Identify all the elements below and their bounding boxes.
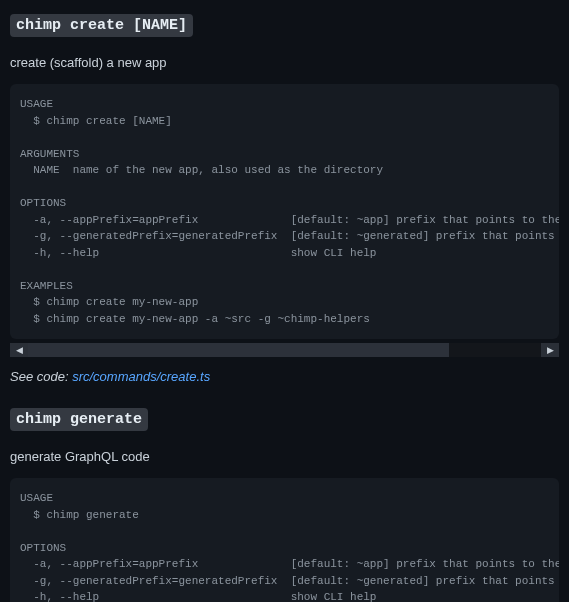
horizontal-scrollbar[interactable]: ◀▶ — [10, 343, 559, 357]
see-code-line: See code: src/commands/create.ts — [10, 369, 559, 384]
code-block: USAGE $ chimp generate OPTIONS -a, --app… — [10, 478, 559, 602]
code-content[interactable]: USAGE $ chimp generate OPTIONS -a, --app… — [10, 478, 559, 602]
see-code-label: See code: — [10, 369, 72, 384]
command-heading: chimp generate — [10, 408, 148, 431]
code-block: USAGE $ chimp create [NAME] ARGUMENTS NA… — [10, 84, 559, 339]
scroll-left-arrow-icon[interactable]: ◀ — [10, 343, 28, 357]
see-code-link[interactable]: src/commands/create.ts — [72, 369, 210, 384]
command-heading: chimp create [NAME] — [10, 14, 193, 37]
scroll-right-arrow-icon[interactable]: ▶ — [541, 343, 559, 357]
scroll-track[interactable] — [28, 343, 541, 357]
scroll-thumb[interactable] — [28, 343, 449, 357]
code-content[interactable]: USAGE $ chimp create [NAME] ARGUMENTS NA… — [10, 84, 559, 339]
command-description: create (scaffold) a new app — [10, 55, 559, 70]
command-description: generate GraphQL code — [10, 449, 559, 464]
